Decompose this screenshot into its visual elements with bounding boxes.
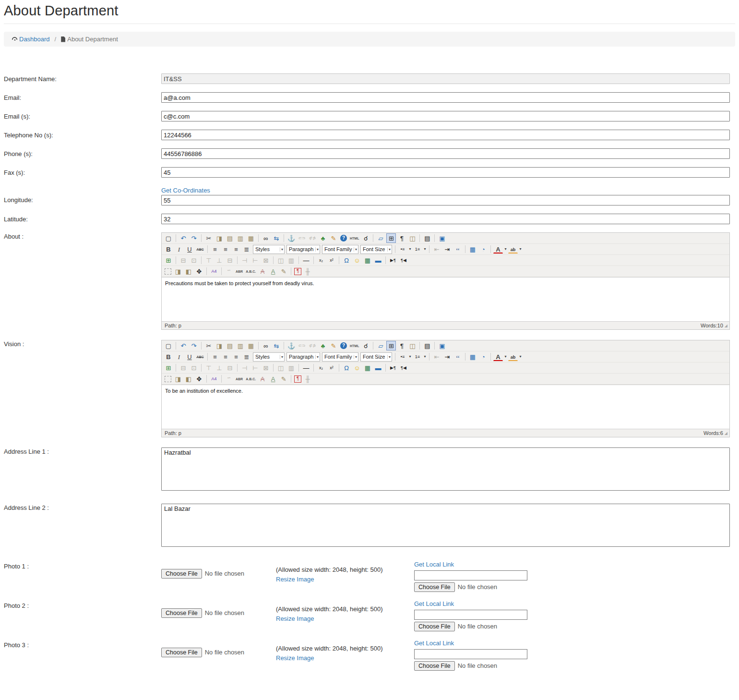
- numbered-list-icon[interactable]: 1≡: [413, 352, 422, 362]
- latitude-input[interactable]: [161, 214, 730, 224]
- font-size-select[interactable]: Font Size▾: [360, 352, 392, 362]
- preview-icon[interactable]: ☌: [361, 341, 370, 350]
- text-color-icon[interactable]: A: [493, 353, 503, 361]
- italic-icon[interactable]: I: [174, 352, 184, 362]
- insert-link-icon[interactable]: ⊂⊃: [297, 233, 307, 243]
- insert-image-icon[interactable]: ♣: [318, 341, 328, 350]
- find-replace-icon[interactable]: ⇆: [272, 341, 281, 350]
- insert-table-icon[interactable]: ⊞: [164, 255, 173, 265]
- visual-aid-icon[interactable]: ⊞: [386, 341, 396, 350]
- insert-layer-icon[interactable]: [165, 376, 171, 382]
- underline-icon[interactable]: U: [185, 352, 194, 362]
- insert-col-before-icon[interactable]: ⊣: [240, 363, 250, 373]
- table-cell-props-icon[interactable]: ⊡: [189, 255, 199, 265]
- phone-input[interactable]: [161, 148, 730, 159]
- paste-icon[interactable]: ▤: [225, 233, 235, 243]
- insert-time-icon[interactable]: ◔: [478, 244, 488, 254]
- help-icon[interactable]: ?: [340, 235, 347, 241]
- background-color-caret-icon[interactable]: ▾: [518, 244, 523, 254]
- resize-grip-icon[interactable]: ◢: [725, 431, 727, 435]
- table-row-props-icon[interactable]: ⊟: [179, 363, 188, 373]
- insert-date-icon[interactable]: ▦: [468, 352, 477, 362]
- bullet-list-icon[interactable]: •≡: [398, 244, 407, 254]
- citation-icon[interactable]: “”: [224, 374, 234, 384]
- visual-chars-icon[interactable]: ¶: [294, 375, 301, 383]
- page-break-icon[interactable]: ╫: [303, 374, 312, 384]
- new-document-icon[interactable]: ▢: [164, 233, 173, 243]
- preview-icon[interactable]: ☌: [361, 233, 370, 243]
- get-local-link[interactable]: Get Local Link: [414, 561, 454, 568]
- insert-col-after-icon[interactable]: ⊢: [250, 363, 260, 373]
- help-icon[interactable]: ?: [340, 342, 347, 349]
- italic-icon[interactable]: I: [174, 244, 184, 254]
- choose-file-button[interactable]: Choose File: [161, 569, 202, 579]
- insertion-icon[interactable]: A: [268, 374, 278, 384]
- background-color-caret-icon[interactable]: ▾: [518, 352, 523, 362]
- align-justify-icon[interactable]: ≣: [242, 352, 251, 362]
- fullscreen-icon[interactable]: ▣: [437, 233, 447, 243]
- choose-file-button[interactable]: Choose File: [161, 608, 202, 618]
- copy-icon[interactable]: ◨: [215, 233, 224, 243]
- acronym-icon[interactable]: A.B.C.: [245, 374, 257, 384]
- align-left-icon[interactable]: ≡: [210, 352, 220, 362]
- special-char-icon[interactable]: Ω: [342, 363, 351, 373]
- insert-date-icon[interactable]: ▦: [468, 244, 477, 254]
- resize-image-link[interactable]: Resize Image: [276, 614, 314, 624]
- table-row-props-icon[interactable]: ⊟: [179, 255, 188, 265]
- insert-col-before-icon[interactable]: ⊣: [240, 255, 250, 265]
- vision-editor-content[interactable]: To be an institution of excellence.: [162, 385, 729, 429]
- outdent-icon[interactable]: ⇤: [432, 244, 441, 254]
- get-local-link[interactable]: Get Local Link: [414, 600, 454, 607]
- paste-icon[interactable]: ▤: [225, 341, 235, 350]
- anchor-icon[interactable]: ⚓: [286, 233, 296, 243]
- style-props-icon[interactable]: A4: [209, 374, 219, 384]
- redo-icon[interactable]: ↷: [189, 341, 199, 350]
- emoticons-icon[interactable]: ☺: [352, 363, 362, 373]
- indent-icon[interactable]: ⇥: [442, 244, 452, 254]
- longitude-input[interactable]: [161, 195, 730, 205]
- text-color-icon[interactable]: A: [493, 246, 503, 253]
- merge-cells-icon[interactable]: ▥: [286, 255, 296, 265]
- text-color-caret-icon[interactable]: ▾: [503, 244, 508, 254]
- html-source-icon[interactable]: HTML: [349, 341, 360, 350]
- absolute-position-icon[interactable]: ✥: [194, 374, 204, 384]
- remove-format-icon[interactable]: ▱: [376, 341, 385, 350]
- copy-icon[interactable]: ◨: [215, 341, 224, 350]
- embed-icon[interactable]: ▬: [373, 255, 383, 265]
- align-justify-icon[interactable]: ≣: [242, 244, 251, 254]
- subscript-icon[interactable]: x₂: [316, 363, 326, 373]
- email-input[interactable]: [161, 92, 730, 103]
- bold-icon[interactable]: B: [164, 352, 173, 362]
- emoticons-icon[interactable]: ☺: [352, 255, 362, 265]
- acronym-icon[interactable]: A.B.C.: [245, 266, 257, 276]
- paste-as-text-icon[interactable]: ▥: [236, 233, 245, 243]
- background-color-icon[interactable]: ab: [508, 246, 518, 253]
- strikethrough-icon[interactable]: ABC: [195, 352, 205, 362]
- undo-icon[interactable]: ↶: [179, 233, 188, 243]
- move-backward-icon[interactable]: ◧: [184, 266, 193, 276]
- paragraph-select[interactable]: Paragraph▾: [286, 352, 320, 362]
- paste-as-text-icon[interactable]: ▥: [236, 341, 245, 350]
- fullscreen-icon[interactable]: ▣: [437, 341, 447, 350]
- remove-format-icon[interactable]: ▱: [376, 233, 385, 243]
- deletion-icon[interactable]: A: [258, 266, 267, 276]
- paragraph-select[interactable]: Paragraph▾: [286, 245, 320, 254]
- align-left-icon[interactable]: ≡: [210, 244, 220, 254]
- numbered-list-icon[interactable]: 1≡: [413, 244, 422, 254]
- get-coordinates-link[interactable]: Get Co-Ordinates: [161, 187, 210, 194]
- horizontal-rule-icon[interactable]: —: [301, 255, 311, 265]
- emails-input[interactable]: [161, 111, 730, 121]
- bullet-list-caret-icon[interactable]: ▾: [408, 352, 412, 362]
- choose-file-button[interactable]: Choose File: [161, 648, 202, 657]
- insert-row-after-icon[interactable]: ⊥: [215, 255, 224, 265]
- bold-icon[interactable]: B: [164, 244, 173, 254]
- text-color-caret-icon[interactable]: ▾: [503, 352, 508, 362]
- rtl-icon[interactable]: ¶◀: [399, 363, 408, 373]
- local-link-input[interactable]: [414, 610, 527, 620]
- attributes-icon[interactable]: ✎: [279, 266, 288, 276]
- address2-textarea[interactable]: Lal Bazar: [161, 504, 730, 547]
- visual-aid-icon[interactable]: ⊞: [386, 233, 396, 243]
- font-family-select[interactable]: Font Family▾: [322, 245, 358, 254]
- insert-media-icon[interactable]: ▦: [363, 255, 372, 265]
- paste-from-word-icon[interactable]: ▦: [246, 233, 256, 243]
